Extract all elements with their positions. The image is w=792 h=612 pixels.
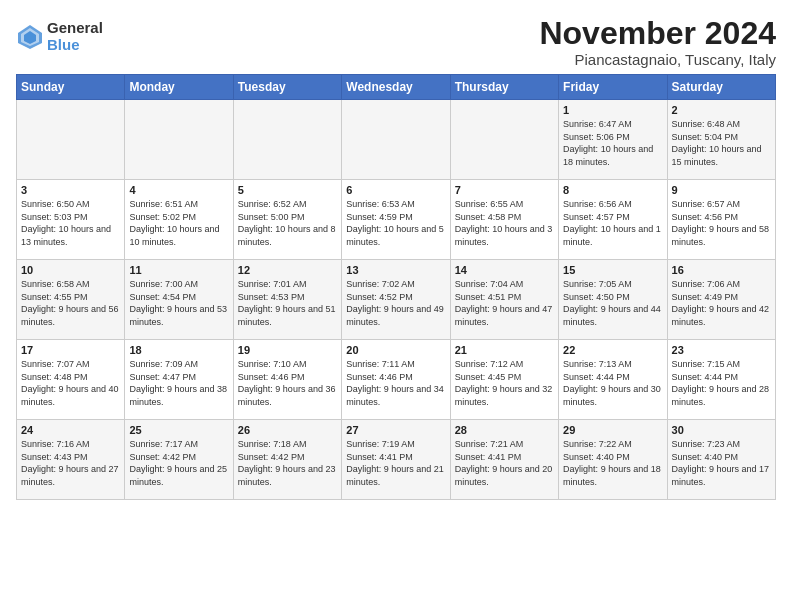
day-cell-0-1 [125,100,233,180]
day-number-3-5: 22 [563,344,662,356]
day-info-4-4: Sunrise: 7:21 AM Sunset: 4:41 PM Dayligh… [455,438,554,488]
day-cell-2-6: 16Sunrise: 7:06 AM Sunset: 4:49 PM Dayli… [667,260,775,340]
day-cell-0-2 [233,100,341,180]
day-cell-3-5: 22Sunrise: 7:13 AM Sunset: 4:44 PM Dayli… [559,340,667,420]
day-cell-1-3: 6Sunrise: 6:53 AM Sunset: 4:59 PM Daylig… [342,180,450,260]
day-number-3-3: 20 [346,344,445,356]
logo-icon [16,23,44,51]
day-cell-0-4 [450,100,558,180]
logo: General Blue [16,20,103,53]
day-info-2-6: Sunrise: 7:06 AM Sunset: 4:49 PM Dayligh… [672,278,771,328]
day-info-4-5: Sunrise: 7:22 AM Sunset: 4:40 PM Dayligh… [563,438,662,488]
day-number-3-4: 21 [455,344,554,356]
day-info-2-4: Sunrise: 7:04 AM Sunset: 4:51 PM Dayligh… [455,278,554,328]
day-number-0-6: 2 [672,104,771,116]
header-thursday: Thursday [450,75,558,100]
day-number-4-0: 24 [21,424,120,436]
day-number-2-5: 15 [563,264,662,276]
day-number-0-5: 1 [563,104,662,116]
day-info-2-3: Sunrise: 7:02 AM Sunset: 4:52 PM Dayligh… [346,278,445,328]
header-monday: Monday [125,75,233,100]
day-cell-3-4: 21Sunrise: 7:12 AM Sunset: 4:45 PM Dayli… [450,340,558,420]
day-info-3-2: Sunrise: 7:10 AM Sunset: 4:46 PM Dayligh… [238,358,337,408]
day-info-2-1: Sunrise: 7:00 AM Sunset: 4:54 PM Dayligh… [129,278,228,328]
day-cell-2-2: 12Sunrise: 7:01 AM Sunset: 4:53 PM Dayli… [233,260,341,340]
day-info-3-6: Sunrise: 7:15 AM Sunset: 4:44 PM Dayligh… [672,358,771,408]
day-info-4-2: Sunrise: 7:18 AM Sunset: 4:42 PM Dayligh… [238,438,337,488]
day-cell-2-1: 11Sunrise: 7:00 AM Sunset: 4:54 PM Dayli… [125,260,233,340]
month-title: November 2024 [539,16,776,51]
weekday-header-row: Sunday Monday Tuesday Wednesday Thursday… [17,75,776,100]
day-number-2-6: 16 [672,264,771,276]
calendar-table: Sunday Monday Tuesday Wednesday Thursday… [16,74,776,500]
day-number-2-1: 11 [129,264,228,276]
day-number-3-6: 23 [672,344,771,356]
day-cell-1-5: 8Sunrise: 6:56 AM Sunset: 4:57 PM Daylig… [559,180,667,260]
day-info-4-6: Sunrise: 7:23 AM Sunset: 4:40 PM Dayligh… [672,438,771,488]
day-number-2-3: 13 [346,264,445,276]
day-cell-4-5: 29Sunrise: 7:22 AM Sunset: 4:40 PM Dayli… [559,420,667,500]
day-cell-3-3: 20Sunrise: 7:11 AM Sunset: 4:46 PM Dayli… [342,340,450,420]
day-number-1-6: 9 [672,184,771,196]
day-info-1-1: Sunrise: 6:51 AM Sunset: 5:02 PM Dayligh… [129,198,228,248]
header-tuesday: Tuesday [233,75,341,100]
header-sunday: Sunday [17,75,125,100]
day-number-1-3: 6 [346,184,445,196]
day-cell-0-6: 2Sunrise: 6:48 AM Sunset: 5:04 PM Daylig… [667,100,775,180]
day-cell-4-2: 26Sunrise: 7:18 AM Sunset: 4:42 PM Dayli… [233,420,341,500]
day-cell-3-1: 18Sunrise: 7:09 AM Sunset: 4:47 PM Dayli… [125,340,233,420]
logo-blue: Blue [47,37,103,54]
day-cell-3-2: 19Sunrise: 7:10 AM Sunset: 4:46 PM Dayli… [233,340,341,420]
day-number-1-2: 5 [238,184,337,196]
logo-general: General [47,20,103,37]
day-info-2-5: Sunrise: 7:05 AM Sunset: 4:50 PM Dayligh… [563,278,662,328]
day-cell-3-0: 17Sunrise: 7:07 AM Sunset: 4:48 PM Dayli… [17,340,125,420]
day-info-3-1: Sunrise: 7:09 AM Sunset: 4:47 PM Dayligh… [129,358,228,408]
day-info-3-0: Sunrise: 7:07 AM Sunset: 4:48 PM Dayligh… [21,358,120,408]
day-cell-2-4: 14Sunrise: 7:04 AM Sunset: 4:51 PM Dayli… [450,260,558,340]
day-info-3-5: Sunrise: 7:13 AM Sunset: 4:44 PM Dayligh… [563,358,662,408]
day-cell-4-1: 25Sunrise: 7:17 AM Sunset: 4:42 PM Dayli… [125,420,233,500]
day-info-2-0: Sunrise: 6:58 AM Sunset: 4:55 PM Dayligh… [21,278,120,328]
day-cell-2-3: 13Sunrise: 7:02 AM Sunset: 4:52 PM Dayli… [342,260,450,340]
day-cell-1-0: 3Sunrise: 6:50 AM Sunset: 5:03 PM Daylig… [17,180,125,260]
day-number-1-0: 3 [21,184,120,196]
logo-text: General Blue [47,20,103,53]
header-saturday: Saturday [667,75,775,100]
day-info-1-5: Sunrise: 6:56 AM Sunset: 4:57 PM Dayligh… [563,198,662,248]
day-info-0-6: Sunrise: 6:48 AM Sunset: 5:04 PM Dayligh… [672,118,771,168]
header-wednesday: Wednesday [342,75,450,100]
day-number-1-5: 8 [563,184,662,196]
title-block: November 2024 Piancastagnaio, Tuscany, I… [539,16,776,68]
day-cell-1-1: 4Sunrise: 6:51 AM Sunset: 5:02 PM Daylig… [125,180,233,260]
day-cell-2-5: 15Sunrise: 7:05 AM Sunset: 4:50 PM Dayli… [559,260,667,340]
header-friday: Friday [559,75,667,100]
day-info-1-3: Sunrise: 6:53 AM Sunset: 4:59 PM Dayligh… [346,198,445,248]
day-cell-1-6: 9Sunrise: 6:57 AM Sunset: 4:56 PM Daylig… [667,180,775,260]
week-row-4: 24Sunrise: 7:16 AM Sunset: 4:43 PM Dayli… [17,420,776,500]
day-cell-0-5: 1Sunrise: 6:47 AM Sunset: 5:06 PM Daylig… [559,100,667,180]
day-number-2-0: 10 [21,264,120,276]
day-number-2-4: 14 [455,264,554,276]
day-number-3-0: 17 [21,344,120,356]
day-number-4-4: 28 [455,424,554,436]
day-info-1-0: Sunrise: 6:50 AM Sunset: 5:03 PM Dayligh… [21,198,120,248]
day-number-4-6: 30 [672,424,771,436]
week-row-3: 17Sunrise: 7:07 AM Sunset: 4:48 PM Dayli… [17,340,776,420]
day-cell-1-2: 5Sunrise: 6:52 AM Sunset: 5:00 PM Daylig… [233,180,341,260]
day-cell-0-3 [342,100,450,180]
week-row-0: 1Sunrise: 6:47 AM Sunset: 5:06 PM Daylig… [17,100,776,180]
day-info-1-6: Sunrise: 6:57 AM Sunset: 4:56 PM Dayligh… [672,198,771,248]
day-info-4-3: Sunrise: 7:19 AM Sunset: 4:41 PM Dayligh… [346,438,445,488]
day-number-4-1: 25 [129,424,228,436]
day-info-1-2: Sunrise: 6:52 AM Sunset: 5:00 PM Dayligh… [238,198,337,248]
day-number-3-2: 19 [238,344,337,356]
day-cell-4-4: 28Sunrise: 7:21 AM Sunset: 4:41 PM Dayli… [450,420,558,500]
day-cell-2-0: 10Sunrise: 6:58 AM Sunset: 4:55 PM Dayli… [17,260,125,340]
day-number-4-3: 27 [346,424,445,436]
day-info-0-5: Sunrise: 6:47 AM Sunset: 5:06 PM Dayligh… [563,118,662,168]
day-info-4-1: Sunrise: 7:17 AM Sunset: 4:42 PM Dayligh… [129,438,228,488]
week-row-2: 10Sunrise: 6:58 AM Sunset: 4:55 PM Dayli… [17,260,776,340]
day-info-3-3: Sunrise: 7:11 AM Sunset: 4:46 PM Dayligh… [346,358,445,408]
day-number-1-1: 4 [129,184,228,196]
